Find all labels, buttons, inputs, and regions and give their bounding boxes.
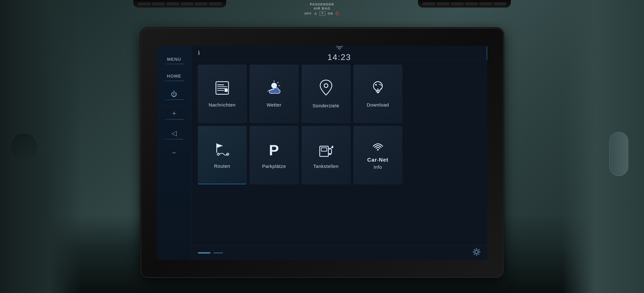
sidebar-item-power[interactable]: ⏻ xyxy=(157,86,192,105)
right-panel xyxy=(562,0,644,293)
vent-group-left xyxy=(133,0,226,8)
tile-carnet[interactable]: Car-Net Info xyxy=(354,126,402,184)
vent-bar xyxy=(465,2,478,5)
tile-download-label: Download xyxy=(367,102,389,108)
vent-bar xyxy=(209,2,222,5)
svg-rect-1 xyxy=(216,82,228,94)
svg-point-20 xyxy=(228,154,228,155)
tile-sonderziele[interactable]: Sonderziele xyxy=(302,65,350,123)
svg-point-11 xyxy=(324,84,328,88)
power-icon: ⏻ xyxy=(171,91,177,98)
vent-bar xyxy=(423,2,435,5)
sidebar: MENU HOME ⏻ + ◁ − xyxy=(157,46,192,260)
airbag-off: OFF xyxy=(304,12,312,16)
vent-bar xyxy=(152,2,165,5)
bottom-bar xyxy=(192,246,487,260)
tile-sonderziele-label: Sonderziele xyxy=(313,103,339,108)
menu-label: MENU xyxy=(167,57,181,62)
tile-routen[interactable]: Routen xyxy=(198,126,246,184)
sidebar-item-plus[interactable]: + xyxy=(157,105,192,124)
vent-bar xyxy=(451,2,464,5)
svg-point-28 xyxy=(475,250,478,253)
tile-tankstellen-label: Tankstellen xyxy=(313,164,338,169)
carnet-brand-label: Car-Net xyxy=(367,157,388,163)
vent-group-right xyxy=(418,0,511,8)
steering-wheel-hint xyxy=(10,132,38,161)
tile-wetter[interactable]: Wetter xyxy=(250,65,298,123)
airbag-on: ON xyxy=(328,12,333,16)
airbag-icon-prohibited: 🚫 xyxy=(336,12,340,16)
vol-divider xyxy=(165,139,184,139)
svg-rect-26 xyxy=(332,146,333,148)
status-right-line xyxy=(487,46,487,60)
app-grid: Nachrichten xyxy=(192,60,487,246)
airbag-text-2: AIR BAG xyxy=(304,7,340,11)
plus-icon: + xyxy=(172,109,176,117)
parking-icon: P xyxy=(267,141,281,160)
vent-bar xyxy=(195,2,207,5)
status-bar: ℹ 14:23 xyxy=(192,46,487,60)
grid-row-1: Nachrichten xyxy=(198,65,481,123)
vent-bar xyxy=(437,2,450,5)
main-content: ℹ 14:23 xyxy=(192,46,487,260)
infotainment-screen: MENU HOME ⏻ + ◁ − xyxy=(157,46,487,260)
wifi-icon xyxy=(335,46,343,52)
svg-marker-16 xyxy=(217,144,223,148)
sidebar-item-minus[interactable]: − xyxy=(157,144,192,163)
status-left: ℹ xyxy=(198,50,200,56)
airbag-text-1: PASSENGER xyxy=(304,2,340,7)
airbag-icon-on-indicator: ✕ xyxy=(320,11,326,16)
download-icon xyxy=(370,80,386,99)
svg-point-18 xyxy=(218,154,218,155)
minus-icon: − xyxy=(172,149,176,157)
svg-text:P: P xyxy=(269,142,279,157)
fuel-icon xyxy=(318,141,334,160)
menu-divider xyxy=(165,64,184,64)
vent-bar xyxy=(180,2,193,5)
grid-row-2: Routen P Parkplätze xyxy=(198,126,481,184)
svg-line-9 xyxy=(278,82,278,83)
sidebar-item-menu[interactable]: MENU xyxy=(157,52,192,69)
home-divider xyxy=(165,81,184,81)
status-center: 14:23 xyxy=(328,46,351,62)
airbag-icon-warn: ⚠ xyxy=(314,12,317,16)
door-handle xyxy=(610,132,628,176)
weather-icon xyxy=(266,80,282,99)
sidebar-item-home[interactable]: HOME xyxy=(157,69,192,86)
scroll-dot-2 xyxy=(214,252,223,253)
scroll-dot-1 xyxy=(198,252,210,253)
volume-icon: ◁ xyxy=(172,129,177,137)
poi-icon xyxy=(319,79,333,100)
tile-parkplaetze-label: Parkplätze xyxy=(262,164,286,169)
vent-area: PASSENGER AIR BAG OFF ⚠ ✕ ON 🚫 xyxy=(133,0,511,8)
svg-point-0 xyxy=(339,49,340,50)
tile-parkplaetze[interactable]: P Parkplätze xyxy=(250,126,298,184)
location-icon: ℹ xyxy=(198,50,200,56)
tile-routen-label: Routen xyxy=(214,163,230,169)
power-divider xyxy=(165,99,184,100)
settings-icon[interactable] xyxy=(472,248,481,258)
tile-download[interactable]: Download xyxy=(354,65,402,123)
svg-point-7 xyxy=(271,83,277,88)
svg-rect-6 xyxy=(224,89,228,92)
news-icon xyxy=(214,80,230,99)
vent-bar xyxy=(494,2,506,5)
scroll-indicators xyxy=(198,252,223,253)
airbag-status: OFF ⚠ ✕ ON 🚫 xyxy=(304,11,340,16)
tile-tankstellen[interactable]: Tankstellen xyxy=(302,126,350,184)
svg-point-27 xyxy=(377,149,379,151)
screen-bezel: MENU HOME ⏻ + ◁ − xyxy=(141,29,503,277)
tile-nachrichten-label: Nachrichten xyxy=(209,102,236,108)
sidebar-item-volume[interactable]: ◁ xyxy=(157,124,192,144)
home-label: HOME xyxy=(167,74,181,79)
tile-nachrichten[interactable]: Nachrichten xyxy=(198,65,246,123)
vent-bar xyxy=(479,2,492,5)
carnet-icon xyxy=(371,141,385,154)
svg-rect-23 xyxy=(321,148,327,151)
vent-bar xyxy=(166,2,179,5)
svg-rect-24 xyxy=(329,153,331,155)
airbag-label: PASSENGER AIR BAG OFF ⚠ ✕ ON 🚫 xyxy=(304,2,340,16)
routes-icon xyxy=(214,141,231,160)
vent-bar xyxy=(138,2,151,5)
plus-divider xyxy=(165,119,184,120)
